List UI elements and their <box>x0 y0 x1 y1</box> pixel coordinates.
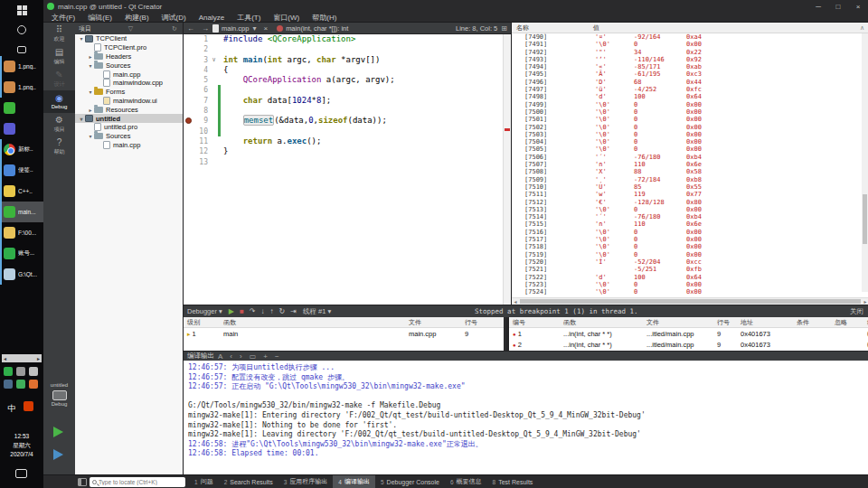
sync-icon[interactable]: ↻ <box>170 25 179 33</box>
continue-icon[interactable]: ▶ <box>226 307 237 315</box>
code-line[interactable]: 3∨int main(int argc, char *argv[]) <box>184 55 503 65</box>
tree-item[interactable]: main.cpp <box>75 141 183 150</box>
watch-vertical-scrollbar[interactable] <box>862 33 868 292</box>
breakpoint-gutter[interactable] <box>184 34 194 44</box>
taskbar-clock[interactable]: 12:53 星期六 2020/7/4 <box>0 432 43 459</box>
breakpoint-gutter[interactable] <box>184 85 194 95</box>
bp-col-1[interactable]: 函数 <box>560 318 643 327</box>
menu-item[interactable]: 工具(T) <box>231 13 267 23</box>
start-button[interactable] <box>0 0 43 20</box>
watch-row[interactable]: [7492]'"'340x22 <box>512 49 868 56</box>
taskbar-app-sticky-notes[interactable]: 便签.. <box>0 160 43 181</box>
tree-expander-icon[interactable]: ▾ <box>78 35 85 42</box>
symbol-selector[interactable]: main(int, char *[]): int <box>286 24 348 33</box>
menu-item[interactable]: 文件(F) <box>45 13 81 23</box>
watch-row[interactable]: [7497]'ü'-4/2520xfc <box>512 86 868 93</box>
watch-row[interactable]: [7498]'d'1000x64 <box>512 93 868 100</box>
sidebar-header[interactable]: 项目 ▽ ↻ <box>75 23 183 34</box>
tree-expander-icon[interactable]: ▾ <box>87 133 94 139</box>
watch-row[interactable]: [7521]-5/2510xfb <box>512 266 868 273</box>
step-out-icon[interactable]: ↑ <box>268 307 277 315</box>
run-button[interactable] <box>53 427 63 437</box>
breakpoint-row[interactable]: ●1...in(int, char * *)...itled/main.cpp9… <box>509 328 868 339</box>
code-line[interactable]: 1#include <QCoreApplication> <box>184 34 503 44</box>
scroll-left-icon[interactable]: ◂ <box>512 298 519 305</box>
next-item-icon[interactable]: › <box>236 352 246 361</box>
wrap-icon[interactable]: ▭ <box>246 352 260 361</box>
bp-col-2[interactable]: 文件 <box>643 318 713 327</box>
watch-row[interactable]: [7523]'\0'00x00 <box>512 281 868 288</box>
menu-item[interactable]: 编辑(E) <box>81 13 118 23</box>
menu-item[interactable]: 调试(D) <box>156 13 193 23</box>
watch-row[interactable]: [7493]'’'-110/1460x92 <box>512 56 868 63</box>
watch-row[interactable]: [7507]'n'1100x6e <box>512 161 868 168</box>
back-icon[interactable]: ← <box>184 24 198 33</box>
watch-row[interactable]: [7524]'\0'00x00 <box>512 288 868 296</box>
watch-row[interactable]: [7491]'\0'00x00 <box>512 41 868 48</box>
tree-item[interactable]: ▾Sources <box>75 61 183 70</box>
zoom-in-icon[interactable]: + <box>259 352 271 361</box>
breakpoint-row[interactable]: ●2...in(int, char * *)...itled/main.cpp9… <box>509 339 868 350</box>
titlebar[interactable]: main.cpp @ untitled - Qt Creator ─ □ × <box>43 0 868 13</box>
code-line[interactable]: 13 <box>184 157 503 167</box>
watch-row[interactable]: [7494]'«'-85/1710xab <box>512 63 868 70</box>
watch-row[interactable]: [7514]'´'-76/1800xb4 <box>512 213 868 221</box>
watch-row[interactable]: [7509]'¸'-72/1840xb8 <box>512 176 868 183</box>
output-tab-3[interactable]: 3应用程序输出 <box>278 475 334 488</box>
mode-projects[interactable]: ⚙项目 <box>43 113 75 136</box>
tree-item[interactable]: ▾Sources <box>75 132 183 141</box>
tree-item[interactable]: ▾Forms <box>75 88 183 97</box>
mode-welcome[interactable]: ⠿欢迎 <box>43 23 75 45</box>
watch-row[interactable]: [7510]'U'850x55 <box>512 183 868 191</box>
taskbar-app-image-viewer-2[interactable]: 1.png.. <box>0 77 43 98</box>
cortana-button[interactable] <box>0 20 43 40</box>
watch-row[interactable]: [7490]'¤'-92/1640xa4 <box>512 33 868 41</box>
debug-run-button[interactable] <box>53 449 63 460</box>
collapse-panel-icon[interactable]: ∧ <box>860 24 868 32</box>
watch-row[interactable]: [7513]'\0'00x00 <box>512 206 868 213</box>
fold-marker-icon[interactable]: ∨ <box>210 55 218 65</box>
locator-search[interactable] <box>90 477 185 487</box>
split-editor-icon[interactable]: ⊞ <box>497 24 511 33</box>
breakpoint-gutter[interactable] <box>184 157 194 167</box>
tree-item[interactable]: ▾TCPClient <box>75 34 183 43</box>
step-into-icon[interactable]: ↓ <box>259 307 268 315</box>
watch-col-value[interactable]: 值 <box>593 23 599 33</box>
output-tab-4[interactable]: 4编译输出 <box>333 475 375 488</box>
breakpoint-gutter[interactable] <box>184 136 194 146</box>
watch-row[interactable]: [7519]'\0'00x00 <box>512 251 868 258</box>
forward-icon[interactable]: → <box>198 24 212 33</box>
taskbar-app-wechat[interactable] <box>0 98 43 118</box>
code-line[interactable]: 6 <box>184 85 503 95</box>
breakpoint-gutter[interactable] <box>184 127 194 136</box>
stack-col-2[interactable]: 文件 <box>405 318 461 327</box>
stack-col-1[interactable]: 函数 <box>220 318 405 327</box>
tree-expander-icon[interactable]: ▸ <box>87 107 94 113</box>
taskbar-app-account[interactable]: 账号... <box>0 243 43 264</box>
code-line[interactable]: 9 memset(&data,0,sizeof(data)); <box>184 116 503 126</box>
breakpoint-icon[interactable] <box>185 117 192 124</box>
tray-phone[interactable] <box>16 367 25 376</box>
debugger-perspective-combo[interactable]: Debugger ▾ <box>184 307 226 315</box>
watch-row[interactable]: [7511]'w'1190x77 <box>512 191 868 198</box>
watch-row[interactable]: [7506]'´'-76/1800xb4 <box>512 154 868 161</box>
thread-combo[interactable]: 线程 #1 ▾ <box>299 307 335 316</box>
watch-row[interactable]: [7502]'\0'00x00 <box>512 124 868 131</box>
output-tab-6[interactable]: 6概要信息 <box>445 475 487 488</box>
code-line[interactable]: 2 <box>184 44 503 54</box>
ime-indicator[interactable]: 中 <box>0 403 24 415</box>
editor-scrollbar[interactable] <box>503 34 511 305</box>
sidebar-toggle-button[interactable] <box>78 478 87 486</box>
taskbar-app-qtcreator[interactable]: main... <box>0 202 43 222</box>
office-tray-icon[interactable] <box>24 401 33 411</box>
bp-col-7[interactable]: 线程 <box>863 318 868 327</box>
taskbar-app-explorer-g[interactable]: G:\Qt... <box>0 264 43 285</box>
watch-row[interactable]: [7495]'Ã'-61/1950xc3 <box>512 70 868 78</box>
watch-row[interactable]: [7516]'\0'00x00 <box>512 229 868 236</box>
tree-item[interactable]: TCPClient.pro <box>75 43 183 52</box>
close-debugger-button[interactable]: 关闭 <box>850 307 863 316</box>
step-over-icon[interactable]: ↷ <box>247 307 259 315</box>
watch-row[interactable]: [7522]'d'1000x64 <box>512 274 868 281</box>
mode-debug[interactable]: ◉Debug <box>43 90 75 113</box>
code-line[interactable]: 12} <box>184 146 503 156</box>
